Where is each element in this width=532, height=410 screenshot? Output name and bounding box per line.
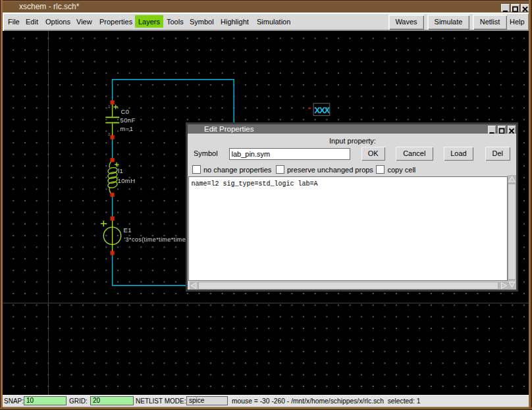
svg-text:C0: C0	[121, 108, 130, 115]
svg-text:E1: E1	[124, 226, 132, 234]
svg-text:10mH: 10mH	[118, 177, 136, 184]
svg-text:2: 2	[108, 132, 111, 136]
svg-text:l1: l1	[118, 167, 123, 174]
svg-text:XXX: XXX	[315, 105, 331, 115]
svg-text:1: 1	[108, 105, 111, 109]
svg-text:m=1: m=1	[120, 125, 134, 132]
svg-text:50nF: 50nF	[120, 116, 136, 124]
